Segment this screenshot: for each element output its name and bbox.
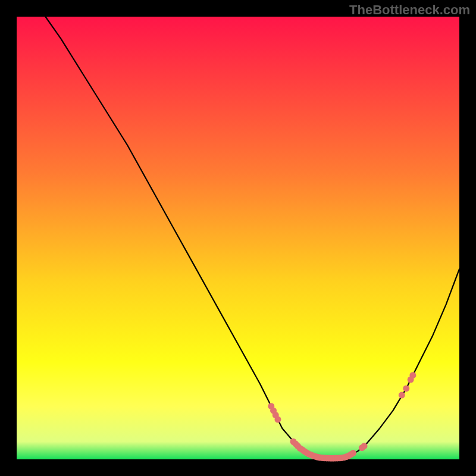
bottleneck-chart: TheBottleneck.com: [0, 0, 476, 476]
data-marker: [274, 416, 281, 423]
data-marker: [350, 450, 356, 456]
data-marker: [409, 372, 416, 378]
chart-background: [17, 17, 459, 459]
data-marker: [399, 392, 405, 399]
data-marker: [361, 443, 368, 449]
attribution-label: TheBottleneck.com: [349, 2, 470, 18]
chart-canvas: [0, 0, 476, 476]
data-marker: [403, 385, 409, 392]
